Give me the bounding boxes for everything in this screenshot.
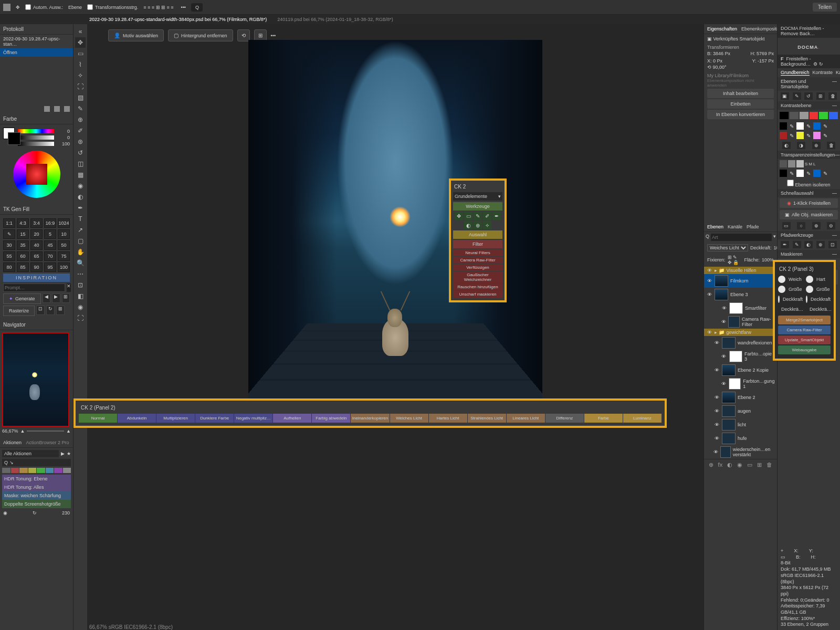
layers-tab[interactable]: Ebenen [707, 224, 723, 229]
fg-bg-mini[interactable]: ◧ [75, 291, 86, 301]
mask-icon[interactable]: ◐ [727, 461, 732, 468]
layer-row[interactable]: 👁Farbto…opie 3 [704, 350, 777, 363]
visibility-icon[interactable]: 👁 [706, 330, 712, 335]
actions-dropdown[interactable]: Alle Aktionen [2, 450, 59, 457]
action-search[interactable]: Q ↘ [2, 459, 71, 466]
move-tool[interactable]: ✥ [75, 37, 86, 48]
wand-tool[interactable]: ✧ [75, 70, 86, 81]
visibility-icon[interactable]: 👁 [706, 292, 712, 297]
blend-mode-button[interactable]: Aufhellen [273, 414, 311, 423]
blend-mode-button[interactable]: Multiplizieren [156, 414, 195, 423]
ck-filter-item[interactable]: Gaußischer Weichzeichner [453, 271, 502, 283]
tkgen-btn[interactable]: 95 [44, 262, 56, 272]
visibility-icon[interactable]: 👁 [721, 381, 727, 386]
visibility-icon[interactable]: 👁 [713, 422, 720, 427]
edit-content-button[interactable]: Inhalt bearbeiten [707, 89, 774, 98]
action-item[interactable]: Maske: weichen Schärfung [2, 491, 71, 500]
shape-tool[interactable]: ▢ [75, 236, 86, 246]
group-icon[interactable]: ▭ [747, 461, 752, 468]
screenmode[interactable]: ⛶ [75, 313, 86, 323]
tkgen-btn[interactable]: 1024 [58, 218, 70, 228]
ck-filter-item[interactable]: Verflüssigen [453, 264, 502, 271]
layer-row[interactable]: 👁Farbton…gung 1 [704, 377, 777, 391]
layer-row[interactable]: 👁wiederschein…en verstärkt [704, 445, 777, 459]
tkgen-btn[interactable]: 3:4 [30, 218, 43, 228]
layer-row[interactable]: 👁▸ 📁gewichtfarw [704, 329, 777, 336]
ck3-action-button[interactable]: Webausgabe [778, 345, 831, 354]
blend-mode-button[interactable]: Ineinanderkopieren [351, 414, 389, 423]
tab-active[interactable]: 2022-09-30 19.28.47-upsc-standard-width-… [89, 17, 267, 22]
layer-row[interactable]: 👁Camera Raw-Filter [704, 315, 777, 329]
gradient-tool[interactable]: ▦ [75, 170, 86, 180]
ctx-opt1[interactable]: ⟲ [237, 29, 250, 41]
visibility-icon[interactable]: 👁 [713, 436, 720, 441]
more-icon[interactable]: ••• [181, 5, 186, 10]
tkgen-btn[interactable]: 65 [30, 251, 43, 261]
visibility-icon[interactable]: 👁 [713, 340, 720, 345]
tkgen-btn[interactable]: 20 [30, 229, 43, 239]
heal-tool[interactable]: ⊕ [75, 114, 86, 125]
auto-select-mode[interactable]: Ebene [68, 5, 82, 10]
eraser-tool[interactable]: ◫ [75, 159, 86, 169]
brush-tool[interactable]: ✐ [75, 125, 86, 136]
bri-slider[interactable] [18, 142, 54, 146]
tkgen-btn[interactable]: 35 [17, 240, 29, 250]
tkgen-btn[interactable]: 75 [58, 251, 70, 261]
layer-row[interactable]: 👁Smartfilter [704, 301, 777, 315]
blend-mode-button[interactable]: Dunklere Farbe [195, 414, 234, 423]
paths-tab[interactable]: Pfade [747, 224, 759, 229]
action-item[interactable]: HDR Tonung: Alles [2, 483, 71, 491]
more-tools[interactable]: ⋯ [75, 269, 86, 279]
stamp-tool[interactable]: ⊛ [75, 136, 86, 147]
blend-mode-button[interactable]: Farbig abwedeln [312, 414, 350, 423]
tkgen-btn[interactable]: 70 [44, 251, 56, 261]
hue-slider[interactable] [18, 129, 54, 133]
blend-mode-select[interactable]: Weiches Licht [707, 244, 748, 251]
layer-row[interactable]: 👁▸ 📁Visuelle Hilfen [704, 267, 777, 274]
generate-button[interactable]: ✦Generate [3, 293, 41, 304]
tkgen-btn[interactable]: 55 [3, 251, 15, 261]
tkgen-btn[interactable]: 5 [44, 229, 56, 239]
share-button[interactable]: Teilen [813, 3, 837, 12]
auto-select-toggle[interactable]: Autom. Ausw.: [25, 4, 63, 10]
tkgen-btn[interactable]: ✎ [3, 229, 15, 239]
ck2-dropdown[interactable]: Grundelemente▾ [453, 192, 502, 201]
visibility-icon[interactable]: 👁 [713, 368, 720, 373]
align-icons[interactable]: ≡ ≡ ≡ ⊞ ⊞ ≡ ≡ [143, 5, 173, 10]
transform-controls-toggle[interactable]: Transformationsstrg. [87, 4, 138, 10]
zoom-in-icon[interactable]: ▲ [66, 428, 71, 434]
blend-mode-button[interactable]: Normal [79, 414, 117, 423]
ck-filter-item[interactable]: Camera Raw-Filter [453, 257, 502, 264]
tkgen-btn[interactable]: 80 [3, 262, 15, 272]
select-subject-button[interactable]: 👤 Motiv auswählen [108, 29, 164, 41]
ck3-action-button[interactable]: Merge2Smartobject [778, 316, 831, 324]
tab-inactive[interactable]: 240119.psd bei 66,7% (2024-01-19_18-38-3… [277, 17, 393, 22]
zoom-slider[interactable] [27, 430, 64, 432]
tkgen-btn[interactable]: 50 [58, 240, 70, 250]
prev-button[interactable]: ◀ [43, 293, 50, 303]
action-item[interactable]: HDR Tonung: Ebene [2, 475, 71, 483]
ck-filter-item[interactable]: Neural Filters [453, 249, 502, 256]
blend-mode-button[interactable]: Hartes Licht [429, 414, 467, 423]
sat-slider[interactable] [18, 135, 54, 140]
tkgen-btn[interactable]: 1:1 [3, 218, 15, 228]
home-icon[interactable] [3, 4, 10, 11]
visibility-icon[interactable]: 👁 [713, 395, 720, 400]
layer-row[interactable]: 👁hufe [704, 432, 777, 445]
refresh-icon[interactable]: ↻ [33, 510, 37, 516]
visibility-icon[interactable]: 👁 [706, 268, 712, 273]
next-button[interactable]: ▶ [52, 293, 60, 303]
ck3-action-button[interactable]: Camera Raw-Filter [778, 326, 831, 334]
tkgen-btn[interactable]: 100 [58, 262, 70, 272]
frame-tool[interactable]: ▧ [75, 92, 86, 103]
props-tab[interactable]: Eigenschaften [707, 26, 737, 32]
tkgen-btn[interactable]: 15 [17, 229, 29, 239]
tkgen-btn[interactable]: 40 [30, 240, 43, 250]
blend-mode-button[interactable]: Luminanz [623, 414, 662, 423]
visibility-icon[interactable]: 👁 [706, 278, 712, 284]
prompt-input[interactable] [3, 284, 65, 292]
history-item[interactable]: Öffnen [0, 48, 73, 57]
blend-mode-button[interactable]: Abdunkeln [118, 414, 156, 423]
tkgen-btn[interactable]: 45 [44, 240, 56, 250]
trash-icon[interactable]: 🗑 [766, 461, 772, 468]
